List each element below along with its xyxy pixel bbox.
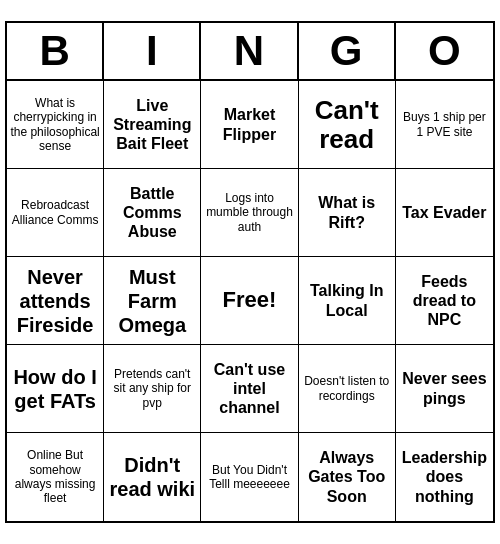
bingo-cell-13: Free! xyxy=(201,257,298,345)
bingo-cell-17: Pretends can't sit any ship for pvp xyxy=(104,345,201,433)
bingo-grid: What is cherrypicking in the philosophic… xyxy=(7,81,493,521)
bingo-cell-4: Can't read xyxy=(299,81,396,169)
bingo-cell-7: Battle Comms Abuse xyxy=(104,169,201,257)
header-letter-n: N xyxy=(201,23,298,79)
header-letter-i: I xyxy=(104,23,201,79)
bingo-cell-15: Feeds dread to NPC xyxy=(396,257,493,345)
bingo-cell-16: How do I get FATs xyxy=(7,345,104,433)
bingo-cell-3: Market Flipper xyxy=(201,81,298,169)
bingo-card: BINGO What is cherrypicking in the philo… xyxy=(5,21,495,523)
bingo-header: BINGO xyxy=(7,23,493,81)
bingo-cell-14: Talking In Local xyxy=(299,257,396,345)
bingo-cell-6: Rebroadcast Alliance Comms xyxy=(7,169,104,257)
header-letter-o: O xyxy=(396,23,493,79)
bingo-cell-5: Buys 1 ship per 1 PVE site xyxy=(396,81,493,169)
bingo-cell-20: Never sees pings xyxy=(396,345,493,433)
bingo-cell-8: Logs into mumble through auth xyxy=(201,169,298,257)
bingo-cell-1: What is cherrypicking in the philosophic… xyxy=(7,81,104,169)
bingo-cell-18: Can't use intel channel xyxy=(201,345,298,433)
bingo-cell-2: Live Streaming Bait Fleet xyxy=(104,81,201,169)
bingo-cell-24: Always Gates Too Soon xyxy=(299,433,396,521)
bingo-cell-12: Must Farm Omega xyxy=(104,257,201,345)
bingo-cell-23: But You Didn't Telll meeeeeee xyxy=(201,433,298,521)
bingo-cell-19: Doesn't listen to recordings xyxy=(299,345,396,433)
bingo-cell-10: Tax Evader xyxy=(396,169,493,257)
header-letter-g: G xyxy=(299,23,396,79)
header-letter-b: B xyxy=(7,23,104,79)
bingo-cell-22: Didn't read wiki xyxy=(104,433,201,521)
bingo-cell-25: Leadership does nothing xyxy=(396,433,493,521)
bingo-cell-9: What is Rift? xyxy=(299,169,396,257)
bingo-cell-11: Never attends Fireside xyxy=(7,257,104,345)
bingo-cell-21: Online But somehow always missing fleet xyxy=(7,433,104,521)
